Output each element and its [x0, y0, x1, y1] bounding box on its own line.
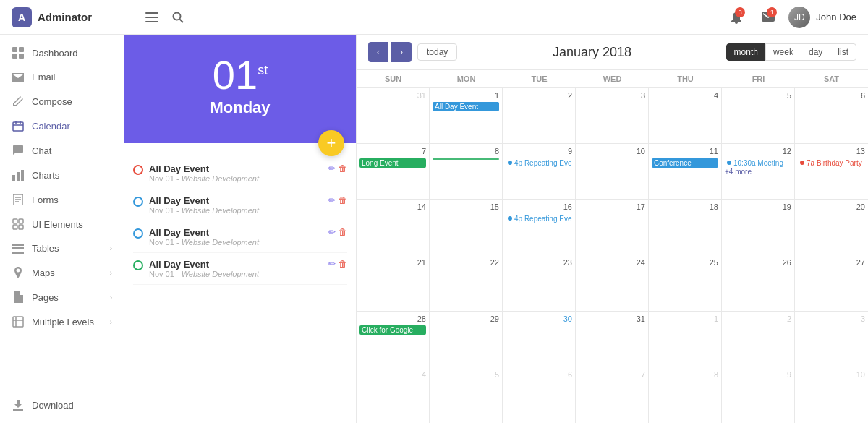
calendar-cell[interactable]: 18: [649, 200, 722, 255]
calendar-week: 21 22 23 24 25 26 27: [357, 255, 868, 311]
calendar-days-header: SUN MON TUE WED THU FRI SAT: [357, 70, 868, 88]
view-day-button[interactable]: day: [801, 43, 830, 61]
calendar-event[interactable]: 4p Repeating Event: [506, 158, 572, 168]
calendar-cell[interactable]: 2: [722, 312, 795, 367]
calendar-cell[interactable]: 3: [795, 312, 868, 367]
sidebar-item-email[interactable]: Email: [0, 65, 124, 89]
today-button[interactable]: today: [417, 43, 457, 61]
calendar-prev-button[interactable]: ‹: [368, 42, 388, 62]
calendar-cell[interactable]: 8: [649, 367, 722, 423]
event-actions: ✏ 🗑: [328, 259, 347, 269]
sidebar-item-multiple-levels[interactable]: Multiple Levels ›: [0, 309, 124, 334]
add-event-button[interactable]: +: [318, 130, 344, 156]
sidebar-item-charts[interactable]: Charts: [0, 163, 124, 187]
calendar-cell[interactable]: 6: [795, 88, 868, 143]
calendar-cell[interactable]: 5: [722, 88, 795, 143]
sidebar-item-download[interactable]: Download: [0, 393, 124, 417]
calendar-cell[interactable]: 8: [430, 144, 503, 199]
sidebar-item-calendar[interactable]: Calendar: [0, 114, 124, 138]
calendar-cell[interactable]: 4: [357, 367, 430, 423]
calendar-cell[interactable]: 19: [722, 200, 795, 255]
topnav-icons: [140, 6, 190, 29]
delete-event-button[interactable]: 🗑: [339, 259, 347, 269]
calendar-cell[interactable]: 22: [430, 255, 503, 310]
calendar-cell[interactable]: 14: [357, 200, 430, 255]
calendar-cell[interactable]: 25: [649, 255, 722, 310]
calendar-cell[interactable]: 16 4p Repeating Event: [503, 200, 576, 255]
calendar-cell[interactable]: 1: [649, 312, 722, 367]
sidebar-item-dashboard[interactable]: Dashboard: [0, 40, 124, 65]
view-week-button[interactable]: week: [765, 43, 801, 61]
sidebar-item-ui-elements[interactable]: UI Elements: [0, 212, 124, 236]
user-menu[interactable]: JD John Doe: [788, 7, 856, 28]
calendar-cell[interactable]: 31: [357, 88, 430, 143]
calendar-event[interactable]: [433, 158, 499, 160]
calendar-cell[interactable]: 24: [576, 255, 649, 310]
calendar-event[interactable]: Click for Google: [359, 325, 426, 335]
edit-event-button[interactable]: ✏: [328, 259, 336, 269]
view-list-button[interactable]: list: [830, 43, 856, 61]
event-sub: Nov 01 - Website Development: [149, 206, 323, 215]
calendar-nav: ‹ › today: [368, 42, 457, 62]
calendar-cell[interactable]: 7: [576, 367, 649, 423]
topnav: A Adminator 3 1 JD John Doe: [0, 0, 868, 35]
event-info: All Day Event Nov 01 - Website Developme…: [149, 163, 323, 183]
sidebar-item-chat[interactable]: Chat: [0, 138, 124, 163]
calendar-cell[interactable]: 1 All Day Event: [430, 88, 503, 143]
sidebar-item-pages[interactable]: Pages ›: [0, 285, 124, 309]
calendar-event[interactable]: Long Event: [359, 158, 426, 168]
calendar-cell[interactable]: 9: [722, 367, 795, 423]
calendar-cell[interactable]: 6: [503, 367, 576, 423]
calendar-cell[interactable]: 7 Long Event: [357, 144, 430, 199]
sidebar-label: Dashboard: [32, 48, 78, 59]
calendar-event[interactable]: Conference: [652, 158, 718, 168]
delete-event-button[interactable]: 🗑: [339, 163, 347, 174]
delete-event-button[interactable]: 🗑: [339, 227, 347, 237]
sidebar-label: Compose: [32, 96, 72, 107]
sidebar-item-tables[interactable]: Tables ›: [0, 236, 124, 260]
calendar-cell[interactable]: 30: [503, 312, 576, 367]
calendar-cell[interactable]: 5: [430, 367, 503, 423]
svg-rect-6: [19, 47, 24, 52]
calendar-cell[interactable]: 27: [795, 255, 868, 310]
calendar-cell[interactable]: 26: [722, 255, 795, 310]
calendar-cell[interactable]: 2: [503, 88, 576, 143]
calendar-cell[interactable]: 21: [357, 255, 430, 310]
calendar-cell[interactable]: 4: [649, 88, 722, 143]
edit-event-button[interactable]: ✏: [328, 195, 336, 205]
delete-event-button[interactable]: 🗑: [339, 195, 347, 205]
calendar-cell[interactable]: 17: [576, 200, 649, 255]
edit-event-button[interactable]: ✏: [328, 227, 336, 237]
more-events-link[interactable]: +4 more: [725, 168, 791, 176]
edit-event-button[interactable]: ✏: [328, 163, 336, 174]
menu-toggle-button[interactable]: [140, 6, 163, 29]
calendar-event[interactable]: 10:30a Meeting: [725, 158, 791, 168]
calendar-cell[interactable]: 20: [795, 200, 868, 255]
view-month-button[interactable]: month: [726, 43, 766, 61]
sidebar-item-compose[interactable]: Compose: [0, 89, 124, 114]
date-card: 01st Monday +: [124, 35, 356, 143]
calendar-cell[interactable]: 9 4p Repeating Event: [503, 144, 576, 199]
calendar-event[interactable]: All Day Event: [433, 102, 499, 111]
calendar-cell[interactable]: 12 10:30a Meeting +4 more: [722, 144, 795, 199]
calendar-next-button[interactable]: ›: [391, 42, 412, 62]
sidebar-item-maps[interactable]: Maps ›: [0, 260, 124, 285]
calendar-cell[interactable]: 15: [430, 200, 503, 255]
calendar-cell[interactable]: 31: [576, 312, 649, 367]
calendar-view-buttons: month week day list: [727, 43, 856, 61]
sidebar-item-forms[interactable]: Forms: [0, 187, 124, 212]
calendar-event[interactable]: 7a Birthday Party: [798, 158, 865, 168]
messages-button[interactable]: 1: [757, 6, 780, 29]
calendar-cell[interactable]: 13 7a Birthday Party: [795, 144, 868, 199]
calendar-cell[interactable]: 10: [795, 367, 868, 423]
calendar-cell[interactable]: 3: [576, 88, 649, 143]
email-icon: [12, 73, 25, 82]
notifications-button[interactable]: 3: [725, 6, 748, 29]
calendar-cell[interactable]: 10: [576, 144, 649, 199]
calendar-cell[interactable]: 23: [503, 255, 576, 310]
calendar-cell[interactable]: 11 Conference: [649, 144, 722, 199]
calendar-cell[interactable]: 28 Click for Google: [357, 312, 430, 367]
calendar-cell[interactable]: 29: [430, 312, 503, 367]
search-button[interactable]: [166, 6, 190, 29]
calendar-event[interactable]: 4p Repeating Event: [506, 214, 572, 223]
